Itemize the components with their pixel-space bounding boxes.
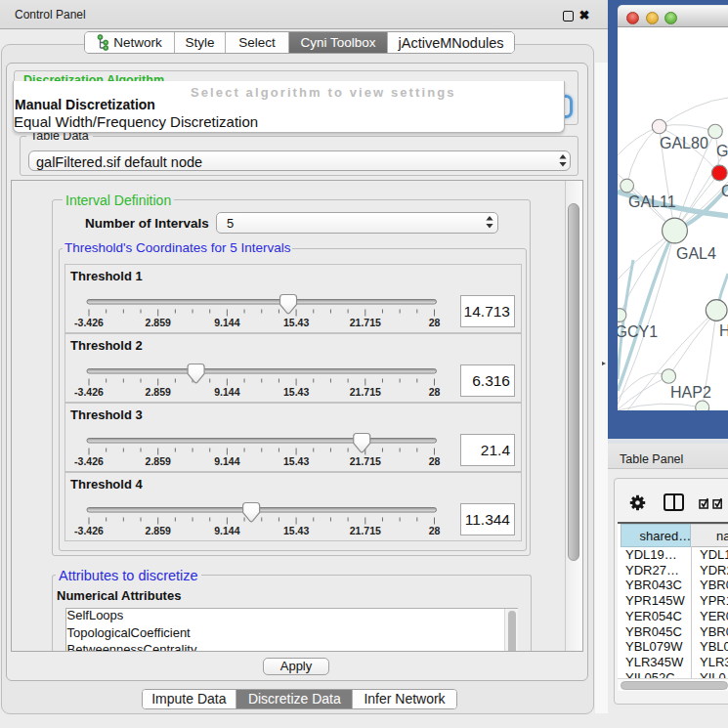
svg-text:2.859: 2.859: [146, 525, 171, 536]
svg-text:GAL4: GAL4: [676, 245, 716, 262]
svg-text:2.859: 2.859: [146, 386, 171, 398]
svg-text:21.715: 21.715: [350, 386, 381, 398]
svg-text:-3.426: -3.426: [74, 525, 104, 536]
svg-text:-3.426: -3.426: [74, 317, 104, 328]
svg-text:15.43: 15.43: [283, 525, 309, 536]
svg-text:15.43: 15.43: [283, 386, 309, 398]
svg-text:H: H: [719, 322, 728, 339]
svg-text:9.144: 9.144: [214, 455, 239, 467]
svg-text:28: 28: [429, 525, 441, 536]
svg-text:2.859: 2.859: [146, 317, 171, 328]
svg-text:GAL11: GAL11: [628, 193, 676, 210]
svg-text:21.715: 21.715: [350, 317, 381, 328]
svg-text:GCY1: GCY1: [618, 323, 658, 340]
svg-text:28: 28: [429, 386, 441, 398]
svg-text:15.43: 15.43: [283, 455, 309, 467]
svg-text:9.144: 9.144: [214, 317, 239, 328]
svg-text:28: 28: [429, 317, 441, 328]
svg-text:15.43: 15.43: [283, 317, 309, 328]
svg-text:9.144: 9.144: [214, 525, 239, 536]
svg-text:21.715: 21.715: [350, 525, 381, 536]
svg-text:GA: GA: [716, 143, 728, 159]
svg-text:-3.426: -3.426: [74, 455, 104, 467]
svg-text:28: 28: [429, 455, 441, 467]
svg-text:GAL80: GAL80: [660, 135, 708, 151]
svg-text:9.144: 9.144: [214, 386, 239, 398]
svg-text:2.859: 2.859: [146, 455, 171, 467]
svg-text:-3.426: -3.426: [74, 386, 104, 398]
svg-text:HAP2: HAP2: [670, 384, 711, 401]
svg-text:21.715: 21.715: [350, 455, 381, 467]
svg-text:C: C: [721, 183, 728, 199]
